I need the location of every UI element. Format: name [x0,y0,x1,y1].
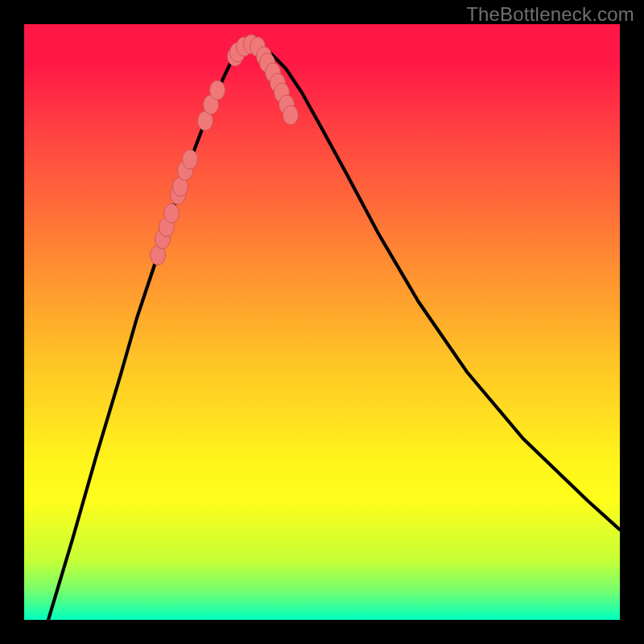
plot-area [24,24,620,620]
data-marker [183,150,198,169]
data-marker [164,204,180,223]
bottleneck-curve [48,44,620,620]
bottleneck-chart [24,24,620,620]
data-marker [210,80,225,100]
data-marker [283,105,299,125]
watermark-text: TheBottleneck.com [466,3,634,26]
data-markers [151,35,299,265]
image-frame: TheBottleneck.com [0,0,644,644]
